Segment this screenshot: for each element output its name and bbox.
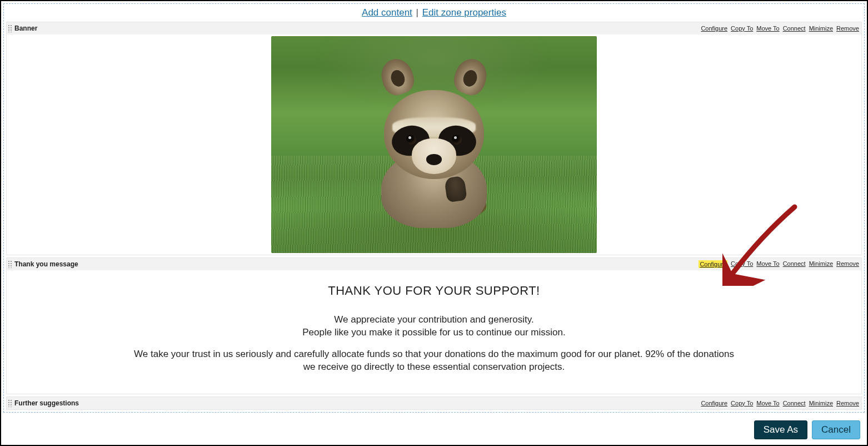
thankyou-heading: THANK YOU FOR YOUR SUPPORT! — [29, 284, 839, 298]
drag-handle-icon[interactable] — [8, 399, 12, 407]
banner-moveto-link[interactable]: Move To — [756, 25, 779, 32]
separator: | — [416, 7, 418, 18]
further-copyto-link[interactable]: Copy To — [731, 400, 753, 407]
thankyou-line1: We appreciate your contribution and gene… — [29, 314, 839, 326]
banner-image — [271, 36, 597, 253]
cancel-button[interactable]: Cancel — [812, 420, 860, 439]
further-configure-link[interactable]: Configure — [701, 400, 727, 407]
thankyou-widget: Thank you message Configure Copy To Move… — [6, 257, 862, 394]
further-moveto-link[interactable]: Move To — [756, 400, 779, 407]
banner-minimize-link[interactable]: Minimize — [809, 25, 833, 32]
further-widget-actions: Configure Copy To Move To Connect Minimi… — [701, 400, 859, 407]
banner-configure-link[interactable]: Configure — [701, 25, 727, 32]
further-minimize-link[interactable]: Minimize — [809, 400, 833, 407]
thankyou-body: THANK YOU FOR YOUR SUPPORT! We appreciat… — [7, 270, 861, 394]
banner-widget-title: Banner — [14, 24, 37, 32]
drag-handle-icon[interactable] — [8, 24, 12, 32]
banner-remove-link[interactable]: Remove — [836, 25, 859, 32]
banner-widget-actions: Configure Copy To Move To Connect Minimi… — [701, 25, 859, 32]
save-as-button[interactable]: Save As — [754, 420, 807, 439]
thankyou-widget-header: Thank you message Configure Copy To Move… — [7, 258, 861, 270]
banner-body — [7, 34, 861, 255]
banner-copyto-link[interactable]: Copy To — [731, 25, 753, 32]
further-widget: Further suggestions Configure Copy To Mo… — [6, 397, 862, 410]
zone-header: Add content | Edit zone properties — [6, 6, 862, 22]
thankyou-line2: People like you make it possible for us … — [29, 326, 839, 339]
banner-widget-header: Banner Configure Copy To Move To Connect… — [7, 22, 861, 34]
drag-handle-icon[interactable] — [8, 260, 12, 268]
further-widget-header: Further suggestions Configure Copy To Mo… — [7, 397, 861, 409]
edit-zone-properties-link[interactable]: Edit zone properties — [422, 7, 506, 18]
thankyou-minimize-link[interactable]: Minimize — [809, 260, 833, 268]
further-connect-link[interactable]: Connect — [783, 400, 806, 407]
thankyou-copyto-link[interactable]: Copy To — [731, 260, 753, 268]
thankyou-moveto-link[interactable]: Move To — [756, 260, 779, 268]
further-widget-title: Further suggestions — [14, 399, 79, 407]
thankyou-connect-link[interactable]: Connect — [783, 260, 806, 268]
thankyou-widget-title: Thank you message — [14, 260, 78, 268]
thankyou-line3: We take your trust in us seriously and c… — [29, 348, 839, 361]
thankyou-remove-link[interactable]: Remove — [836, 260, 859, 268]
thankyou-widget-actions: Configure Copy To Move To Connect Minimi… — [699, 260, 859, 268]
banner-connect-link[interactable]: Connect — [783, 25, 806, 32]
bottom-button-bar: Save As Cancel — [754, 420, 860, 439]
further-remove-link[interactable]: Remove — [836, 400, 859, 407]
editable-zone: Add content | Edit zone properties Banne… — [3, 3, 865, 413]
add-content-link[interactable]: Add content — [362, 7, 412, 18]
thankyou-line4: we receive go directly to these essentia… — [29, 361, 839, 374]
banner-widget: Banner Configure Copy To Move To Connect… — [6, 22, 862, 255]
thankyou-configure-link[interactable]: Configure — [699, 260, 727, 268]
